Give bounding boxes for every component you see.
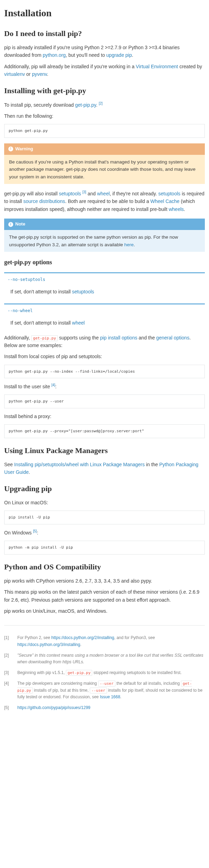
link-issue-1299[interactable]: https://github.com/pypa/pip/issues/1299 bbox=[17, 705, 90, 710]
footnote-ref-5[interactable]: [5] bbox=[33, 529, 37, 533]
inline-code: --user bbox=[90, 688, 107, 693]
link-python-org[interactable]: python.org bbox=[43, 52, 66, 58]
link-upgrade-pip[interactable]: upgrade pip bbox=[106, 52, 132, 58]
link-pyvenv[interactable]: pyvenv bbox=[32, 71, 47, 77]
option-term: --no-wheel bbox=[4, 303, 205, 316]
link-setuptools[interactable]: setuptools bbox=[59, 191, 81, 196]
footnotes: [1]For Python 2, see https://docs.python… bbox=[4, 625, 205, 711]
code-block: python get-pip.py --user bbox=[4, 395, 205, 408]
link-source-dist[interactable]: source distributions bbox=[23, 198, 65, 204]
paragraph: get-pip.py will also install setuptools … bbox=[4, 189, 205, 213]
inline-code: --user bbox=[98, 681, 115, 687]
footnote-text: The pip developers are considering makin… bbox=[17, 680, 205, 700]
link-virtual-env[interactable]: Virtual Environment bbox=[136, 64, 178, 69]
paragraph: Install behind a proxy: bbox=[4, 413, 205, 420]
footnote-text: https://github.com/pypa/pip/issues/1299 bbox=[17, 705, 205, 711]
page-title: Installation bbox=[4, 6, 205, 21]
link-linux-pkg-mgr[interactable]: Installing pip/setuptools/wheel with Lin… bbox=[14, 462, 145, 467]
warning-admonition: !Warning Be cautious if you're using a P… bbox=[4, 143, 205, 184]
footnote-label: [4] bbox=[4, 680, 12, 700]
paragraph: This means pip works on the latest patch… bbox=[4, 588, 205, 604]
link-wheel[interactable]: wheel bbox=[97, 191, 110, 196]
code-block: python get-pip.py --no-index --find-link… bbox=[4, 365, 205, 379]
inline-code: get-pip.py bbox=[31, 335, 58, 341]
paragraph: Install from local copies of pip and set… bbox=[4, 353, 205, 360]
code-block: pip install -U pip bbox=[4, 511, 205, 524]
section-heading-options: get-pip.py options bbox=[4, 257, 205, 267]
section-heading-need-install: Do I need to install pip? bbox=[4, 27, 205, 39]
link-docs-py2[interactable]: https://docs.python.org/2/installing bbox=[51, 635, 114, 640]
link-setuptools2[interactable]: setuptools bbox=[158, 191, 181, 196]
link-pip-install-options[interactable]: pip install options bbox=[100, 335, 137, 340]
footnote-text: "Secure" in this context means using a m… bbox=[17, 652, 205, 665]
footnote-label: [2] bbox=[4, 652, 12, 665]
link-docs-py3[interactable]: https://docs.python.org/3/installing bbox=[17, 642, 80, 647]
note-admonition: iNote The get-pip.py script is supported… bbox=[4, 219, 205, 252]
footnote-ref-4[interactable]: [4] bbox=[51, 383, 55, 387]
warning-body: Be cautious if you're using a Python ins… bbox=[4, 155, 205, 184]
paragraph: See Installing pip/setuptools/wheel with… bbox=[4, 461, 205, 476]
code-block: python -m pip install -U pip bbox=[4, 541, 205, 555]
option-desc: If set, don't attempt to install wheel bbox=[4, 316, 205, 329]
code-block: python get-pip.py --proxy="[user:passwd@… bbox=[4, 424, 205, 438]
paragraph: Install to the user site [4]: bbox=[4, 382, 205, 390]
warning-title: !Warning bbox=[4, 143, 205, 155]
note-body: The get-pip.py script is supported on th… bbox=[4, 230, 205, 252]
paragraph: To install pip, securely download get-pi… bbox=[4, 101, 205, 109]
section-heading-linux: Using Linux Package Managers bbox=[4, 444, 205, 457]
footnote-text: Beginning with pip v1.5.1, get-pip.py st… bbox=[17, 670, 205, 676]
link-setuptools3[interactable]: setuptools bbox=[72, 289, 94, 294]
link-wheel-cache[interactable]: Wheel Cache bbox=[150, 198, 180, 204]
link-wheel2[interactable]: wheel bbox=[72, 320, 85, 326]
footnote-label: [5] bbox=[4, 705, 12, 711]
link-issue-1668[interactable]: Issue 1668 bbox=[100, 694, 120, 699]
option-desc: If set, don't attempt to install setupto… bbox=[4, 285, 205, 298]
link-getpip[interactable]: get-pip.py bbox=[75, 102, 96, 107]
inline-code: get-pip.py bbox=[66, 670, 92, 676]
code-block: python get-pip.py bbox=[4, 124, 205, 138]
footnote-ref-2[interactable]: [2] bbox=[99, 101, 103, 105]
note-icon: i bbox=[8, 222, 13, 227]
paragraph: pip is already installed if you're using… bbox=[4, 44, 205, 59]
footnote-label: [3] bbox=[4, 670, 12, 676]
link-wheels[interactable]: wheels bbox=[169, 206, 184, 212]
paragraph: pip works with CPython versions 2.6, 2.7… bbox=[4, 577, 205, 585]
section-heading-installing-getpip: Installing with get-pip.py bbox=[4, 85, 205, 97]
paragraph: Additionally, pip will already be instal… bbox=[4, 63, 205, 78]
link-general-options[interactable]: general options bbox=[156, 335, 190, 340]
option-list: --no-setuptools If set, don't attempt to… bbox=[4, 272, 205, 330]
section-heading-compat: Python and OS Compatibility bbox=[4, 561, 205, 573]
option-term: --no-setuptools bbox=[4, 272, 205, 285]
footnote-text: For Python 2, see https://docs.python.or… bbox=[17, 635, 205, 648]
section-heading-upgrading: Upgrading pip bbox=[4, 482, 205, 495]
link-virtualenv[interactable]: virtualenv bbox=[4, 71, 25, 77]
note-title: iNote bbox=[4, 219, 205, 230]
paragraph: On Linux or macOS: bbox=[4, 499, 205, 506]
warning-icon: ! bbox=[8, 147, 13, 151]
footnote-label: [1] bbox=[4, 635, 12, 648]
paragraph: Additionally, get-pip.py supports using … bbox=[4, 334, 205, 349]
link-here[interactable]: here bbox=[124, 242, 133, 247]
paragraph: On Windows [5]: bbox=[4, 529, 205, 537]
footnote-ref-3[interactable]: [3] bbox=[82, 190, 86, 194]
paragraph: pip works on Unix/Linux, macOS, and Wind… bbox=[4, 607, 205, 615]
paragraph: Then run the following: bbox=[4, 112, 205, 120]
